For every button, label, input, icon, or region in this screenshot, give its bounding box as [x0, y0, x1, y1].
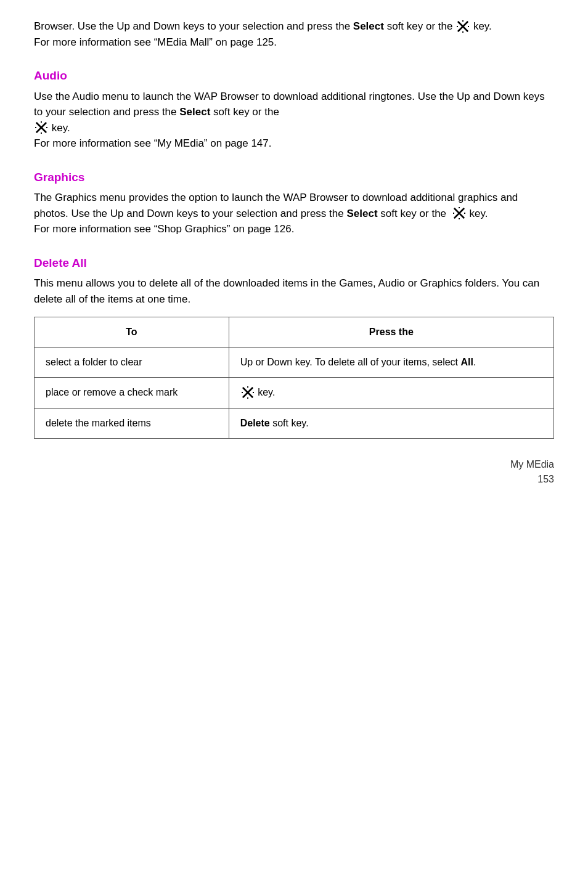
xkey-icon-audio	[34, 120, 49, 135]
row1-press-bold: All	[461, 357, 473, 367]
row1-action-text: select a folder to clear	[46, 357, 142, 367]
audio-footer: For more information see “My MEdia” on p…	[34, 137, 272, 149]
intro-paragraph: Browser. Use the Up and Down keys to you…	[34, 18, 554, 50]
table-header-row: To Press the	[35, 317, 554, 348]
delete-all-table: To Press the select a folder to clear Up…	[34, 317, 554, 439]
row1-press-end: .	[473, 357, 476, 367]
table-cell-action-3: delete the marked items	[35, 408, 229, 438]
intro-text3: key.	[473, 20, 492, 32]
intro-text1: Browser. Use the Up and Down keys to you…	[34, 20, 353, 32]
audio-section: Audio Use the Audio menu to launch the W…	[34, 67, 554, 152]
audio-select-bold: Select	[179, 106, 210, 118]
col2-header: Press the	[229, 317, 553, 348]
xkey-icon-graphics	[452, 206, 467, 221]
table-cell-press-3: Delete soft key.	[229, 408, 553, 438]
row1-press-text: Up or Down key. To delete all of your it…	[240, 357, 461, 367]
graphics-body: The Graphics menu provides the option to…	[34, 190, 554, 237]
table-cell-press-2: key.	[229, 378, 553, 409]
deleteall-body: This menu allows you to delete all of th…	[34, 275, 554, 307]
audio-body1: Use the Audio menu to launch the WAP Bro…	[34, 91, 545, 118]
table-cell-action-1: select a folder to clear	[35, 348, 229, 378]
row3-press-bold: Delete	[240, 418, 270, 428]
table-row: delete the marked items Delete soft key.	[35, 408, 554, 438]
audio-heading: Audio	[34, 67, 554, 85]
graphics-section: Graphics The Graphics menu provides the …	[34, 169, 554, 237]
row3-press-text: soft key.	[270, 418, 309, 428]
row2-press-suffix: key.	[258, 387, 275, 397]
row3-action-text: delete the marked items	[46, 418, 151, 428]
page-content: Browser. Use the Up and Down keys to you…	[34, 18, 554, 487]
table-row: select a folder to clear Up or Down key.…	[35, 348, 554, 378]
graphics-xkey-label: key.	[470, 208, 488, 219]
graphics-select-bold: Select	[346, 208, 377, 219]
deleteall-body-text: This menu allows you to delete all of th…	[34, 277, 539, 305]
xkey-icon-intro	[455, 19, 470, 34]
page-footer: My MEdia 153	[34, 457, 554, 487]
row2-action-text: place or remove a check mark	[46, 387, 178, 397]
xkey-icon-table	[240, 385, 255, 400]
deleteall-section: Delete All This menu allows you to delet…	[34, 254, 554, 439]
table-cell-press-1: Up or Down key. To delete all of your it…	[229, 348, 553, 378]
intro-text2: soft key or the	[384, 20, 453, 32]
graphics-footer: For more information see “Shop Graphics”…	[34, 223, 294, 235]
intro-text4: For more information see “MEdia Mall” on…	[34, 36, 277, 48]
audio-xkey-label: key.	[52, 122, 70, 134]
audio-body2: soft key or the	[210, 106, 279, 118]
col1-header: To	[35, 317, 229, 348]
audio-body: Use the Audio menu to launch the WAP Bro…	[34, 89, 554, 152]
table-cell-action-2: place or remove a check mark	[35, 378, 229, 409]
deleteall-heading: Delete All	[34, 254, 554, 272]
table-row: place or remove a check mark	[35, 378, 554, 409]
graphics-heading: Graphics	[34, 169, 554, 187]
footer-page: 153	[537, 472, 554, 487]
graphics-body2: soft key or the	[378, 208, 447, 219]
intro-select-bold: Select	[353, 20, 384, 32]
footer-title: My MEdia	[510, 457, 554, 472]
